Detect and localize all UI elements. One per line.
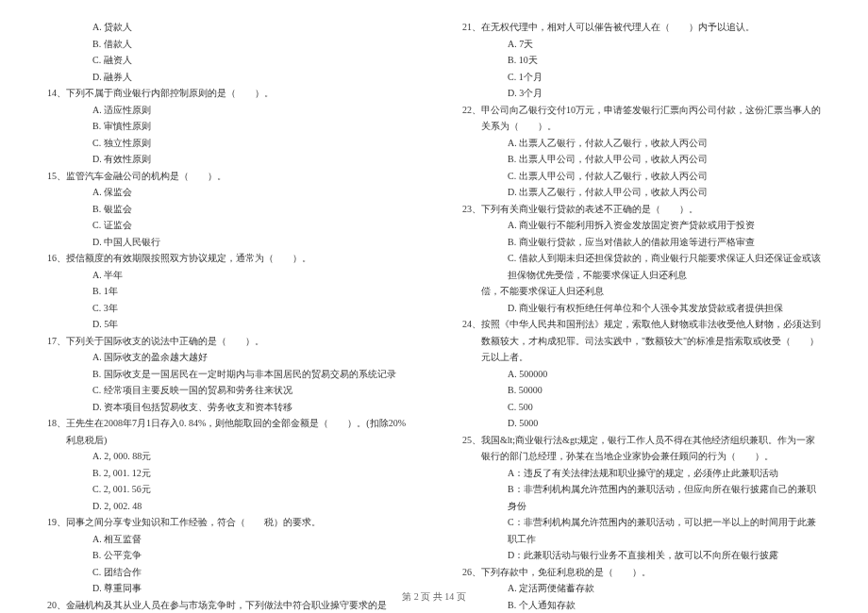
question-text: 16、授信额度的有效期限按照双方协议规定，通常为（ ）。 [47,250,406,267]
option-text: D. 5年 [47,316,406,333]
question-text: 23、下列有关商业银行贷款的表述不正确的是（ ）。 [462,201,821,218]
option-text: A. 贷款人 [47,19,406,36]
option-text: C. 证监会 [47,217,406,234]
option-text: A. 保监会 [47,184,406,201]
option-text: C. 出票人甲公司，付款人乙银行，收款人丙公司 [462,168,821,185]
question-text: 15、监管汽车金融公司的机构是（ ）。 [47,168,406,185]
option-text: D. 5000 [462,415,821,432]
option-text: B. 借款人 [47,36,406,53]
option-text: D：此兼职活动与银行业务不直接相关，故可以不向所在银行披露 [462,547,821,564]
left-column: A. 贷款人 B. 借款人 C. 融资人 D. 融券人 14、下列不属于商业银行… [47,19,406,566]
option-text: C. 1个月 [462,69,821,86]
option-text: A. 国际收支的盈余越大越好 [47,349,406,366]
question-text: 21、在无权代理中，相对人可以催告被代理人在（ ）内予以追认。 [462,19,821,36]
option-text: A：违反了有关法律法规和职业操守的规定，必须停止此兼职活动 [462,465,821,482]
option-text: B. 银监会 [47,201,406,218]
option-text: C：非营利机构属允许范围内的兼职活动，可以把一半以上的时间用于此兼职工作 [462,514,821,547]
question-text: 18、王先生在2008年7月1日存入0. 84%，则他能取回的全部金额是（ ）。… [47,415,406,448]
question-text: 25、我国&lt;商业银行法&gt;规定，银行工作人员不得在其他经济组织兼职。作… [462,432,821,465]
option-text: B. 2, 001. 12元 [47,465,406,482]
question-text: 26、下列存款中，免征利息税的是（ ）。 [462,564,821,581]
option-text: B. 国际收支是一国居民在一定时期内与非本国居民的贸易交易的系统记录 [47,366,406,383]
option-text: B. 审慎性原则 [47,118,406,135]
option-text: D. 2, 002. 48 [47,498,406,515]
option-text: B. 商业银行贷款，应当对借款人的借款用途等进行严格审查 [462,234,821,251]
question-text: 24、按照《中华人民共和国刑法》规定，索取他人财物或非法收受他人财物，必须达到数… [462,316,821,366]
option-text: C. 2, 001. 56元 [47,481,406,498]
option-text: A. 2, 000. 88元 [47,448,406,465]
option-text: A. 500000 [462,366,821,383]
option-text: D. 中国人民银行 [47,234,406,251]
option-text: B. 50000 [462,382,821,399]
option-text: C. 500 [462,399,821,416]
option-text: A. 半年 [47,267,406,284]
option-text: D. 商业银行有权拒绝任何单位和个人强令其发放贷款或者提供担保 [462,300,821,317]
option-text: B. 1年 [47,283,406,300]
option-text: C. 3年 [47,300,406,317]
option-text: C. 经常项目主要反映一国的贸易和劳务往来状况 [47,382,406,399]
question-text: 19、同事之间分享专业知识和工作经验，符合（ 税）的要求。 [47,514,406,531]
option-text: A. 出票人乙银行，付款人乙银行，收款人丙公司 [462,135,821,152]
option-text: B. 10天 [462,52,821,69]
option-text: D. 出票人乙银行，付款人甲公司，收款人丙公司 [462,184,821,201]
option-text: A. 相互监督 [47,531,406,548]
option-text: C. 借款人到期未归还担保贷款的，商业银行只能要求保证人归还保证金或该担保物优先… [462,250,821,283]
option-wrap: 偿，不能要求保证人归还利息 [462,283,821,300]
question-text: 22、甲公司向乙银行交付10万元，申请签发银行汇票向丙公司付款，这份汇票当事人的… [462,102,821,135]
page-footer: 第 2 页 共 14 页 [0,590,868,604]
option-text: B：非营利机构属允许范围内的兼职活动，但应向所在银行披露自己的兼职身份 [462,481,821,514]
option-text: D. 融券人 [47,69,406,86]
option-text: D. 3个月 [462,85,821,102]
option-text: D. 有效性原则 [47,151,406,168]
option-text: A. 商业银行不能利用拆入资金发放固定资产贷款或用于投资 [462,217,821,234]
option-text: A. 适应性原则 [47,102,406,119]
question-text: 17、下列关于国际收支的说法中正确的是（ ）。 [47,333,406,350]
option-text: C. 团结合作 [47,564,406,581]
option-text: B. 公平竞争 [47,547,406,564]
option-text: D. 资本项目包括贸易收支、劳务收支和资本转移 [47,399,406,416]
option-text: C. 融资人 [47,52,406,69]
option-text: B. 出票人甲公司，付款人甲公司，收款人丙公司 [462,151,821,168]
option-text: C. 独立性原则 [47,135,406,152]
question-text: 14、下列不属于商业银行内部控制原则的是（ ）。 [47,85,406,102]
option-text: A. 7天 [462,36,821,53]
right-column: 21、在无权代理中，相对人可以催告被代理人在（ ）内予以追认。 A. 7天 B.… [462,19,821,566]
